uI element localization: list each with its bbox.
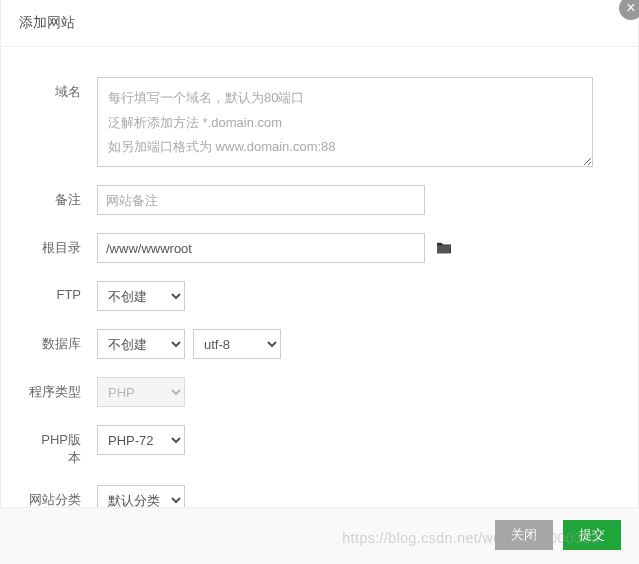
row-program-type: 程序类型 PHP (29, 377, 610, 407)
label-domain: 域名 (29, 77, 97, 101)
row-php-version: PHP版本 PHP-72 (29, 425, 610, 467)
charset-select[interactable]: utf-8 (193, 329, 281, 359)
submit-button[interactable]: 提交 (563, 520, 621, 550)
modal-footer: 关闭 提交 (0, 507, 639, 564)
row-note: 备注 (29, 185, 610, 215)
php-version-select[interactable]: PHP-72 (97, 425, 185, 455)
note-input[interactable] (97, 185, 425, 215)
domain-textarea[interactable] (97, 77, 593, 167)
cancel-button[interactable]: 关闭 (495, 520, 553, 550)
row-root: 根目录 (29, 233, 610, 263)
modal-title: 添加网站 (19, 14, 75, 30)
label-database: 数据库 (29, 329, 97, 353)
row-ftp: FTP 不创建 (29, 281, 610, 311)
root-input[interactable] (97, 233, 425, 263)
modal-header: 添加网站 (1, 0, 638, 47)
label-ftp: FTP (29, 281, 97, 302)
row-database: 数据库 不创建 utf-8 (29, 329, 610, 359)
database-select[interactable]: 不创建 (97, 329, 185, 359)
label-note: 备注 (29, 185, 97, 209)
folder-icon[interactable] (435, 241, 453, 255)
modal-body: 域名 备注 根目录 FTP (1, 47, 638, 543)
add-site-modal: × 添加网站 域名 备注 根目录 (0, 0, 639, 564)
row-domain: 域名 (29, 77, 610, 167)
program-type-select: PHP (97, 377, 185, 407)
label-php-version: PHP版本 (29, 425, 97, 467)
label-program-type: 程序类型 (29, 377, 97, 401)
label-category: 网站分类 (29, 485, 97, 509)
ftp-select[interactable]: 不创建 (97, 281, 185, 311)
label-root: 根目录 (29, 233, 97, 257)
